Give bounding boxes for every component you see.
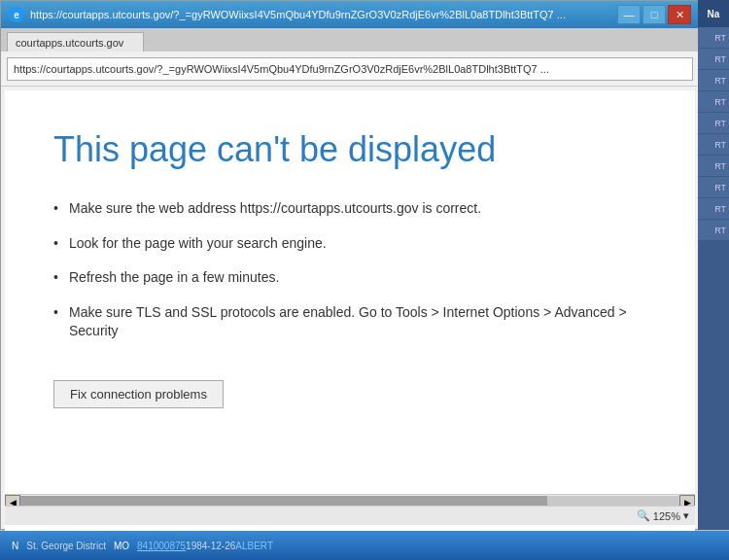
zoom-level: 125% [653, 510, 680, 522]
taskbar-district-prefix: N [4, 539, 26, 553]
address-box[interactable]: https://courtapps.utcourts.gov/?_=gyRWOW… [7, 57, 693, 81]
taskbar-case-number[interactable]: 841000875 [137, 541, 186, 551]
side-panel-item[interactable]: RT [698, 70, 729, 91]
window-controls: — □ ✕ [617, 5, 691, 24]
tab-bar: courtapps.utcourts.gov [1, 28, 699, 52]
side-panel-item[interactable]: RT [698, 113, 729, 134]
close-button[interactable]: ✕ [668, 5, 691, 24]
browser-content: This page can't be displayed Make sure t… [5, 90, 695, 541]
error-bullet-4: Make sure TLS and SSL protocols are enab… [53, 303, 646, 341]
side-panel-item[interactable]: RT [698, 91, 729, 113]
address-bar-area: https://courtapps.utcourts.gov/?_=gyRWOW… [1, 52, 699, 87]
error-bullet-3: Refresh the page in a few minutes. [53, 268, 646, 288]
fix-connection-button[interactable]: Fix connection problems [53, 380, 224, 408]
side-panel-item[interactable]: RT [698, 156, 729, 177]
minimize-button[interactable]: — [617, 5, 641, 24]
taskbar-name[interactable]: ALBERT [235, 541, 273, 551]
browser-icon: e [9, 7, 24, 22]
zoom-dropdown-icon[interactable]: ▾ [683, 509, 689, 522]
error-list: Make sure the web address https://courta… [53, 199, 646, 341]
side-panel-item[interactable]: RT [698, 220, 729, 241]
title-bar-url: https://courtapps.utcourts.gov/?_=gyRWOW… [30, 9, 617, 20]
side-panel-item[interactable]: RT [698, 49, 729, 70]
browser-window: e https://courtapps.utcourts.gov/?_=gyRW… [0, 0, 700, 530]
maximize-button[interactable]: □ [642, 5, 666, 24]
error-title: This page can't be displayed [53, 129, 646, 170]
side-panel-header: Na [698, 0, 729, 27]
side-panel: Na RT RT RT RT RT RT RT RT RT RT [698, 0, 729, 530]
side-panel-item[interactable]: RT [698, 134, 729, 156]
error-bullet-1: Make sure the web address https://courta… [53, 199, 646, 219]
title-bar: e https://courtapps.utcourts.gov/?_=gyRW… [1, 1, 699, 28]
taskbar: N St. George District MO 841000875 1984-… [0, 531, 729, 560]
error-page: This page can't be displayed Make sure t… [5, 90, 695, 541]
side-panel-item[interactable]: RT [698, 177, 729, 198]
taskbar-column-label: MO [106, 539, 137, 553]
zoom-area: 🔍 125% ▾ [637, 509, 689, 522]
taskbar-date: 1984-12-26 [186, 541, 235, 551]
error-bullet-2: Look for the page with your search engin… [53, 234, 646, 254]
active-tab[interactable]: courtapps.utcourts.gov [7, 32, 144, 52]
taskbar-district-name: St. George District [26, 541, 106, 551]
side-panel-items: RT RT RT RT RT RT RT RT RT RT [698, 27, 729, 241]
zoom-icon: 🔍 [637, 509, 650, 522]
side-panel-item[interactable]: RT [698, 27, 729, 49]
side-panel-item[interactable]: RT [698, 198, 729, 220]
address-text: https://courtapps.utcourts.gov/?_=gyRWOW… [14, 63, 549, 75]
status-bar: 🔍 125% ▾ [5, 506, 695, 525]
tab-label: courtapps.utcourts.gov [16, 37, 123, 49]
